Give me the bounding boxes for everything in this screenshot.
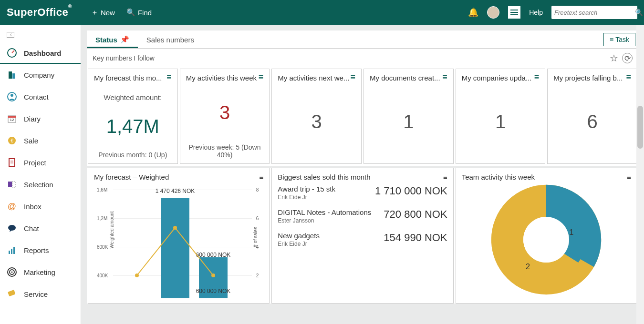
scroll-thumb[interactable] [637,106,643,149]
sale-amount: 1 710 000 NOK [375,185,447,197]
y-tick: 1,2M [97,216,107,221]
sale-name: New gadgets [278,232,320,240]
new-button[interactable]: ＋ New [91,8,115,17]
tab-label: Status [95,36,117,44]
sidebar-item-diary[interactable]: 12 Diary [0,108,81,130]
line-point [135,273,139,277]
pin-icon: 📌 [120,35,129,44]
sidebar-item-reports[interactable]: Reports [0,239,81,261]
search-box[interactable]: 🔍 [551,6,637,19]
svg-rect-19 [11,249,12,254]
card-title: My activities this week [186,74,257,82]
kpi-card-activities-this-week: My activities this week≡ 3 Previous week… [180,69,270,164]
search-input[interactable] [554,9,635,16]
menu-icon[interactable] [508,6,520,19]
y2-tick: 4 [256,244,259,250]
svg-rect-24 [8,290,16,296]
avatar[interactable] [487,6,499,19]
sidebar-item-company[interactable]: Company [0,64,81,86]
panel-menu-icon[interactable]: ≡ [260,173,264,181]
kpi-card-activities-next-week: My activities next we...≡ 3 [271,69,362,164]
sidebar-item-label: Company [24,71,54,79]
main-content: Status 📌 Sales numbers ≡ Task Key number… [81,25,644,324]
panels-row: My forecast – Weighted≡ Weighted amount … [87,168,638,304]
card-title: My projects falling b... [553,74,623,82]
sale-name: DIGITAL Notes - Automations [278,208,371,216]
panel-title: Team activity this week [462,173,535,181]
sidebar-item-selection[interactable]: Selection [0,173,81,195]
search-icon[interactable]: 🔍 [635,9,643,16]
sidebar-item-label: Reports [24,246,49,254]
sidebar-item-inbox[interactable]: @ Inbox [0,195,81,217]
scrollbar[interactable] [636,25,644,324]
card-menu-icon[interactable]: ≡ [351,74,356,81]
help-link[interactable]: Help [529,9,543,16]
list-icon: ≡ [610,36,613,43]
card-value: 1 [370,111,447,132]
inbox-icon: @ [7,201,17,212]
service-icon [7,289,17,299]
sidebar-item-sale[interactable]: € Sale [0,130,81,152]
donut-label-1: 1 [569,228,573,237]
star-icon[interactable]: ☆ [610,52,618,64]
svg-point-5 [10,94,13,97]
y2-tick: 6 [256,216,259,221]
find-button[interactable]: 🔍 Find [126,8,152,17]
bar-label: 600 000 NOK [196,288,231,294]
y-tick: 1,6M [97,187,107,192]
tab-bar: Status 📌 Sales numbers ≡ Task [87,30,638,49]
sales-row[interactable]: DIGITAL Notes - AutomationsEster Jansson… [278,208,447,224]
diary-icon: 12 [7,113,17,124]
sidebar-item-dashboard[interactable]: Dashboard [0,42,81,64]
sales-row[interactable]: Award trip - 15 stkErik Eide Jr 1 710 00… [278,185,447,201]
plus-icon: ＋ [91,8,98,17]
biggest-sales-panel: Biggest sales sold this month≡ Award tri… [271,168,453,304]
sidebar-item-chat[interactable]: Chat [0,217,81,239]
sidebar-item-marketing[interactable]: Marketing [0,261,81,283]
card-menu-icon[interactable]: ≡ [442,74,447,81]
tab-status[interactable]: Status 📌 [87,30,138,48]
sidebar: Dashboard Company Contact 12 Diary € Sal… [0,25,81,324]
panel-menu-icon[interactable]: ≡ [627,173,631,181]
team-activity-panel: Team activity this week≡ 1 2 [456,168,637,304]
sidebar-item-contact[interactable]: Contact [0,86,81,108]
svg-text:€: € [10,138,13,143]
bell-icon[interactable]: 🔔 [468,7,478,18]
card-title: My companies upda... [462,74,532,82]
chat-icon [7,223,17,233]
card-menu-icon[interactable]: ≡ [166,74,172,81]
dashboard-icon [7,48,17,58]
sale-owner: Erik Eide Jr [278,241,320,247]
card-title: My documents creat... [370,74,440,82]
svg-rect-20 [13,247,15,254]
dashboard-subtitle: Key numbers I follow [93,54,155,62]
svg-rect-11 [9,159,15,166]
svg-point-27 [523,217,569,263]
sidebar-item-service[interactable]: Service [0,283,81,305]
card-menu-icon[interactable]: ≡ [626,74,632,81]
sale-amount: 720 800 NOK [384,208,447,221]
svg-rect-2 [9,71,12,79]
refresh-icon[interactable]: ⟳ [622,53,633,63]
kpi-card-forecast: My forecast this mo...≡ Weighted amount:… [88,69,178,164]
tab-sales-numbers[interactable]: Sales numbers [138,31,203,48]
svg-rect-18 [9,251,10,254]
svg-point-17 [8,225,16,231]
card-menu-icon[interactable]: ≡ [534,74,540,81]
y-tick: 400K [97,273,108,278]
project-icon [7,157,17,168]
sidebar-item-label: Selection [24,181,53,189]
panel-menu-icon[interactable]: ≡ [443,173,447,181]
panel-title: Biggest sales sold this month [278,173,370,181]
sidebar-item-label: Inbox [24,202,42,211]
sidebar-item-label: Sale [24,137,38,145]
card-menu-icon[interactable]: ≡ [259,74,264,81]
card-footnote: Previous week: 5 (Down 40%) [186,143,264,159]
sidebar-item-project[interactable]: Project [0,152,81,173]
selection-icon [7,179,17,190]
sales-row[interactable]: New gadgetsErik Eide Jr 154 990 NOK [278,232,447,247]
task-button[interactable]: ≡ Task [603,33,635,46]
collapse-sidebar-button[interactable] [0,29,81,42]
sale-owner: Ester Jansson [278,217,371,224]
chart-bar [161,198,189,298]
